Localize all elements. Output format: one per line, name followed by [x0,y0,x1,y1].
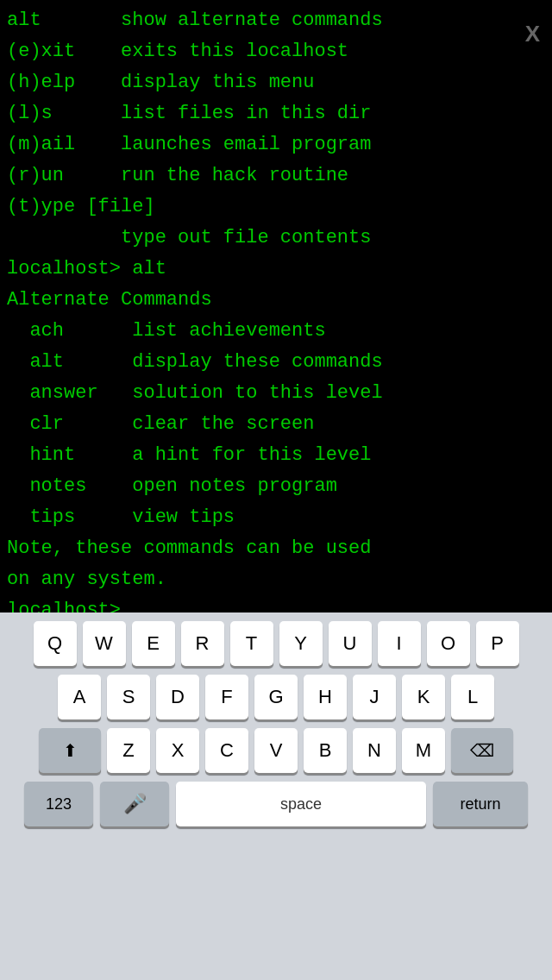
terminal-line: localhost> [7,595,545,612]
space-key[interactable]: space [176,782,426,826]
terminal-line: clr clear the screen [7,409,545,440]
keyboard-row-3: ⬆ ZXCVBNM ⌫ [0,728,552,773]
key-m[interactable]: M [402,728,445,773]
key-a[interactable]: A [58,675,101,719]
terminal-screen: X alt show alternate commands(e)xit exit… [0,0,552,612]
shift-icon: ⬆ [63,740,78,761]
key-u[interactable]: U [329,621,372,666]
terminal-line: tips view tips [7,502,545,533]
microphone-icon: 🎤 [123,793,147,815]
terminal-line: localhost> alt [7,254,545,285]
shift-key[interactable]: ⬆ [39,728,101,773]
delete-key[interactable]: ⌫ [451,728,513,773]
terminal-line: hint a hint for this level [7,440,545,471]
key-n[interactable]: N [353,728,396,773]
keyboard-row-1: QWERTYUIOP [0,621,552,666]
terminal-line: alt show alternate commands [7,5,545,36]
key-b[interactable]: B [304,728,347,773]
key-t[interactable]: T [230,621,273,666]
key-g[interactable]: G [254,675,298,719]
key-x[interactable]: X [156,728,199,773]
key-p[interactable]: P [476,621,519,666]
key-j[interactable]: J [353,675,396,719]
return-key[interactable]: return [433,782,528,826]
key-s[interactable]: S [107,675,150,719]
terminal-output: alt show alternate commands(e)xit exits … [7,5,545,612]
key-r[interactable]: R [181,621,224,666]
space-label: space [280,795,322,814]
terminal-line: Note, these commands can be used [7,533,545,564]
key-k[interactable]: K [402,675,445,719]
terminal-line: ach list achievements [7,316,545,347]
terminal-line: notes open notes program [7,471,545,502]
keyboard: QWERTYUIOP ASDFGHJKL ⬆ ZXCVBNM ⌫ 123 🎤 s… [0,612,552,980]
terminal-line: (l)s list files in this dir [7,98,545,129]
key-c[interactable]: C [205,728,248,773]
key-f[interactable]: F [205,675,248,719]
key-i[interactable]: I [378,621,421,666]
key-e[interactable]: E [132,621,175,666]
terminal-line: (e)xit exits this localhost [7,36,545,67]
numbers-key[interactable]: 123 [24,782,93,826]
numbers-label: 123 [46,795,72,814]
terminal-line: on any system. [7,564,545,595]
delete-icon: ⌫ [470,740,494,761]
keyboard-row-2: ASDFGHJKL [0,675,552,719]
key-w[interactable]: W [83,621,126,666]
key-v[interactable]: V [254,728,298,773]
keyboard-bottom-row: 123 🎤 space return [0,782,552,826]
terminal-line: type out file contents [7,223,545,254]
microphone-key[interactable]: 🎤 [100,782,169,826]
terminal-line: answer solution to this level [7,378,545,409]
close-button[interactable]: X [525,22,540,45]
key-l[interactable]: L [451,675,494,719]
key-h[interactable]: H [304,675,347,719]
key-q[interactable]: Q [34,621,77,666]
terminal-line: (t)ype [file] [7,192,545,223]
key-d[interactable]: D [156,675,199,719]
key-z[interactable]: Z [107,728,150,773]
key-o[interactable]: O [427,621,470,666]
terminal-line: alt display these commands [7,347,545,378]
terminal-line: Alternate Commands [7,285,545,316]
terminal-line: (m)ail launches email program [7,129,545,160]
return-label: return [460,795,500,814]
terminal-line: (h)elp display this menu [7,67,545,98]
key-y[interactable]: Y [279,621,323,666]
terminal-line: (r)un run the hack routine [7,160,545,192]
